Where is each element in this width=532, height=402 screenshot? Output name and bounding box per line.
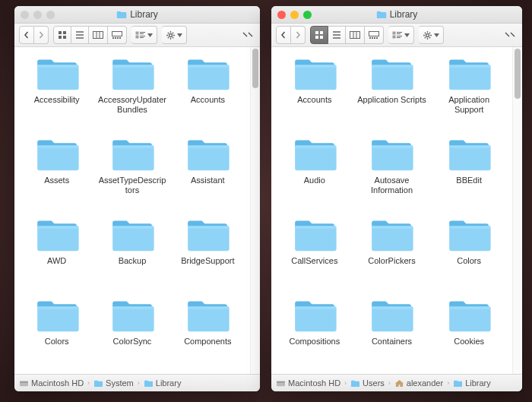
folder-item[interactable]: Assets xyxy=(21,137,93,216)
folder-item[interactable]: CallServices xyxy=(277,217,352,296)
breadcrumb-item[interactable]: System xyxy=(93,378,134,388)
folder-label: Containers xyxy=(370,337,413,347)
gallery-view-button[interactable] xyxy=(108,26,127,44)
scrollbar[interactable] xyxy=(512,47,522,374)
view-buttons xyxy=(310,26,384,44)
breadcrumb-item[interactable]: Macintosh HD xyxy=(276,378,340,388)
nav-buttons xyxy=(276,26,306,44)
action-button[interactable] xyxy=(162,26,187,44)
folder-item[interactable]: Autosave Information xyxy=(355,137,429,216)
icon-view-button[interactable] xyxy=(53,26,71,44)
folder-item[interactable]: Accounts xyxy=(277,56,352,135)
folder-item[interactable]: Compositions xyxy=(277,298,352,374)
back-button[interactable] xyxy=(19,26,34,44)
folder-label: Colors xyxy=(43,337,71,347)
folder-label: BBEdit xyxy=(454,176,483,185)
svg-point-16 xyxy=(169,33,173,36)
svg-rect-14 xyxy=(140,36,145,36)
gallery-view-button[interactable] xyxy=(365,26,384,44)
breadcrumb-item[interactable]: alexander xyxy=(394,378,443,388)
folder-item[interactable]: Colors xyxy=(21,298,93,374)
breadcrumb-label: Users xyxy=(363,378,385,388)
breadcrumb-item[interactable]: Library xyxy=(144,378,182,388)
breadcrumb-item[interactable]: Macintosh HD xyxy=(19,378,84,388)
folder-label: AssetTypeDescriptors xyxy=(96,176,168,195)
scrollbar[interactable] xyxy=(250,47,260,374)
folder-label: ColorPickers xyxy=(366,256,416,266)
zoom-button[interactable] xyxy=(303,11,312,19)
folder-item[interactable]: Application Support xyxy=(432,56,506,135)
column-view-button[interactable] xyxy=(89,26,108,44)
titlebar[interactable]: Library xyxy=(14,6,260,24)
toolbar-overflow-button[interactable] xyxy=(240,32,255,38)
toolbar xyxy=(271,24,522,47)
folder-item[interactable]: AccessoryUpdaterBundles xyxy=(96,56,168,135)
list-view-button[interactable] xyxy=(71,26,89,44)
svg-rect-8 xyxy=(117,37,119,39)
folder-label: Colors xyxy=(455,256,483,266)
group-button[interactable] xyxy=(388,26,414,44)
folder-icon xyxy=(369,298,414,334)
action-button[interactable] xyxy=(419,26,444,44)
path-bar[interactable]: Macintosh HD›Users›alexander›Library xyxy=(271,374,522,391)
folder-item[interactable]: Accounts xyxy=(172,56,244,135)
close-button[interactable] xyxy=(21,11,29,19)
folder-item[interactable]: AWD xyxy=(21,217,93,296)
svg-rect-37 xyxy=(277,381,285,382)
content-area: Accounts Application Scripts Application… xyxy=(271,47,522,374)
folder-label: Accounts xyxy=(189,95,226,105)
folder-item[interactable]: Accessibility xyxy=(21,56,93,135)
folder-item[interactable]: AssetTypeDescriptors xyxy=(96,137,168,216)
svg-rect-18 xyxy=(20,381,28,382)
minimize-button[interactable] xyxy=(33,11,42,19)
svg-rect-7 xyxy=(115,37,116,39)
scroll-thumb[interactable] xyxy=(252,49,258,88)
folder-icon xyxy=(292,137,337,173)
toolbar-overflow-button[interactable] xyxy=(502,32,518,38)
svg-rect-34 xyxy=(397,37,401,38)
folder-item[interactable]: Colors xyxy=(432,217,506,296)
folder-label: AccessoryUpdaterBundles xyxy=(96,95,168,115)
minimize-button[interactable] xyxy=(290,11,299,19)
svg-rect-31 xyxy=(397,33,401,34)
back-button[interactable] xyxy=(276,26,291,44)
svg-rect-33 xyxy=(397,36,402,36)
column-view-button[interactable] xyxy=(346,26,365,44)
folder-label: Accessibility xyxy=(33,95,81,105)
forward-button[interactable] xyxy=(291,26,306,44)
window-controls xyxy=(271,11,312,19)
zoom-button[interactable] xyxy=(46,11,55,19)
folder-item[interactable]: Assistant xyxy=(172,137,244,216)
folder-item[interactable]: Components xyxy=(172,298,244,374)
folder-item[interactable]: Containers xyxy=(355,298,429,374)
group-button[interactable] xyxy=(131,26,157,44)
chevron-right-icon: › xyxy=(87,379,90,387)
view-buttons xyxy=(53,26,127,44)
folder-item[interactable]: BridgeSupport xyxy=(172,217,244,296)
path-bar[interactable]: Macintosh HD›System›Library xyxy=(14,374,260,391)
folder-item[interactable]: Backup xyxy=(96,217,168,296)
folder-icon xyxy=(446,56,492,93)
folder-item[interactable]: ColorPickers xyxy=(355,217,429,296)
folder-item[interactable]: Audio xyxy=(277,137,352,216)
breadcrumb-item[interactable]: Users xyxy=(350,378,385,388)
folder-item[interactable]: BBEdit xyxy=(432,137,506,216)
folder-label: CallServices xyxy=(290,256,339,266)
gear-icon xyxy=(423,30,432,40)
folder-icon xyxy=(116,11,127,19)
scroll-thumb[interactable] xyxy=(515,49,521,99)
folder-item[interactable]: Application Scripts xyxy=(355,56,429,135)
folder-item[interactable]: ColorSync xyxy=(96,298,168,374)
svg-rect-32 xyxy=(393,36,396,39)
list-view-button[interactable] xyxy=(328,26,346,44)
icon-view-button[interactable] xyxy=(310,26,328,44)
forward-button[interactable] xyxy=(34,26,49,44)
icon-grid[interactable]: Accounts Application Scripts Application… xyxy=(271,47,512,374)
icon-grid[interactable]: Accessibility AccessoryUpdaterBundles Ac… xyxy=(14,47,250,374)
chevron-right-icon: › xyxy=(344,379,347,387)
breadcrumb-item[interactable]: Library xyxy=(453,378,491,388)
close-button[interactable] xyxy=(277,11,286,19)
folder-label: ColorSync xyxy=(112,337,154,347)
folder-item[interactable]: Cookies xyxy=(432,298,506,374)
titlebar[interactable]: Library xyxy=(271,6,522,24)
